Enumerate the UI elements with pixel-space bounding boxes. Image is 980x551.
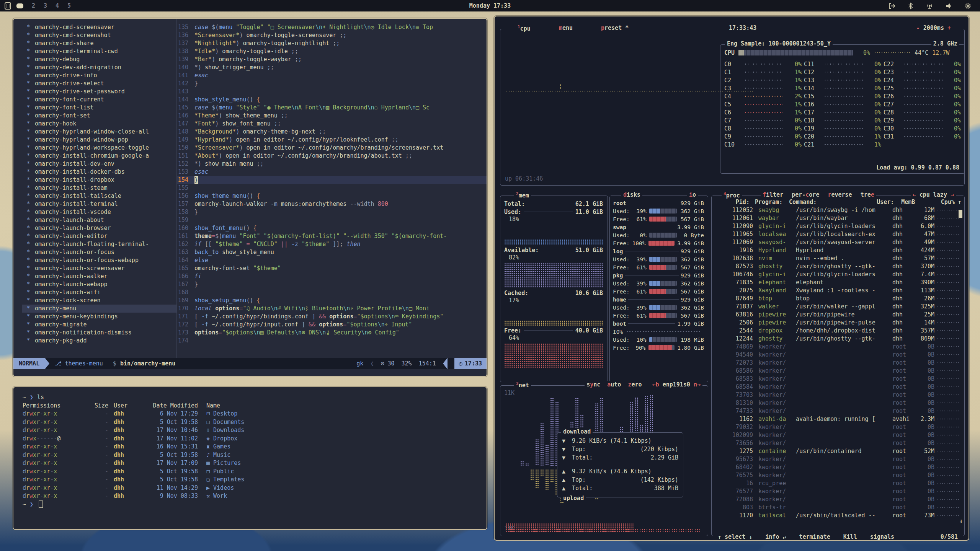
process-row[interactable]: 803btrfs-trroot0B0.0 (715, 503, 961, 511)
file-list-item[interactable]: *omarchy-launch-about (22, 216, 176, 224)
proc-tab-filter[interactable]: filter (763, 191, 783, 198)
network-icon[interactable] (926, 2, 934, 10)
file-list-item[interactable]: *omarchy-pkg-add (22, 337, 176, 345)
footer-key[interactable]: terminate (798, 533, 832, 540)
file-list-item[interactable]: *omarchy-launch-wifi (22, 289, 176, 297)
process-row[interactable]: 112061waybar/usr/bin/waybardhh68M0.0 (715, 214, 961, 222)
proc-scrollbar-thumb[interactable] (959, 210, 962, 218)
volume-icon[interactable] (945, 2, 953, 10)
current-file[interactable]: $bin/omarchy-menu (113, 360, 176, 367)
process-row[interactable]: 2506pipewire/usr/bin/pipewire-pulsedhh14… (715, 318, 961, 326)
footer-key[interactable]: Kill (842, 533, 859, 540)
tab-disks[interactable]: disks (621, 191, 642, 198)
tab-proc[interactable]: 4proc (722, 191, 742, 199)
file-list-item[interactable]: *omarchy-launch-floating-terminal- (22, 240, 176, 248)
tab-cpu[interactable]: 1cpu (516, 24, 532, 32)
process-row[interactable]: 68402kworker/root0B0.0 (715, 463, 961, 471)
net-prev-iface-button[interactable]: ←b (652, 381, 659, 388)
file-list-item[interactable]: *omarchy-drive-set-password (22, 88, 176, 96)
sort-arrow-icon[interactable]: ↑ (955, 199, 961, 205)
process-row[interactable]: 73703kworker/root0B0.0 (715, 391, 961, 399)
interval-plus-button[interactable]: + (947, 24, 951, 31)
process-row[interactable]: 102638nvimnvim --embed .dhh57M0.0 (715, 254, 961, 262)
process-row[interactable]: 106746glycin-i/usr/lib/glycin-loadersdhh… (715, 270, 961, 278)
process-row[interactable]: 68586kworker/root0B0.0 (715, 367, 961, 375)
file-name[interactable]: ⇩ Downloads (206, 426, 487, 435)
git-branch[interactable]: ⎇ themes-menu (55, 360, 103, 367)
process-row[interactable]: 111965localsea/usr/lib/localsearch-exdhh… (715, 230, 961, 238)
process-row[interactable]: 76577kworker/root0B0.0 (715, 487, 961, 495)
file-list-item[interactable]: *omarchy-cmd-terminal-cwd (22, 47, 176, 55)
file-list-item[interactable]: *omarchy-launch-editor (22, 232, 176, 240)
file-list-item[interactable]: *omarchy-debug (22, 55, 176, 64)
tab-net[interactable]: 3net (514, 381, 531, 389)
net-next-iface-button[interactable]: n→ (694, 381, 701, 388)
process-row[interactable]: 71835elephantelephantdhh390M0.0 (715, 278, 961, 286)
file-list-item[interactable]: *omarchy-hyprland-window-pop (22, 136, 176, 144)
proc-sort-nav[interactable]: ← cpu lazy → (911, 191, 956, 198)
tab-io[interactable]: io (687, 191, 698, 198)
file-list-item[interactable]: *omarchy-launch-or-focus-webapp (22, 256, 176, 264)
process-row[interactable]: 79032kworker/root0B0.0 (715, 423, 961, 431)
process-row[interactable]: 73656kworker/root0B0.0 (715, 439, 961, 447)
file-list-item[interactable]: *omarchy-launch-or-focus (22, 248, 176, 256)
process-row[interactable]: 1170tailscal/usr/sbin/tailscaled --root7… (715, 511, 961, 519)
file-list-item[interactable]: *omarchy-menu-keybindings (22, 313, 176, 321)
terminal-window[interactable]: ~❯lsPermissionsSizeUserDate ModifiedName… (13, 386, 487, 530)
file-list-item[interactable]: *omarchy-hook (22, 120, 176, 128)
footer-key[interactable]: info ↵ (764, 533, 787, 540)
net-tab-zero[interactable]: zero (628, 381, 642, 388)
file-name[interactable]: ▶ Videos (206, 484, 487, 492)
file-name[interactable]: ⚒ Work (206, 492, 487, 500)
file-list-item[interactable]: *omarchy-launch-browser (22, 224, 176, 232)
file-list-item[interactable]: *omarchy-install-vscode (22, 208, 176, 216)
process-row[interactable]: 72073kworker/root0B0.0 (715, 359, 961, 367)
process-row[interactable]: 102099kworker/root0B0.0 (715, 431, 961, 439)
shell-prompt[interactable]: ~❯ (23, 500, 487, 509)
file-list-item[interactable]: *omarchy-font-set (22, 112, 176, 120)
proc-tab-per-core[interactable]: per-core (792, 191, 819, 198)
process-row[interactable]: 74869kworker/root0B0.0 (715, 342, 961, 350)
process-row[interactable]: 16rcu_preeroot0B0.0 (715, 479, 961, 487)
terminal-output[interactable]: ~❯lsPermissionsSizeUserDate ModifiedName… (13, 387, 487, 509)
file-list-item[interactable]: *omarchy-notification-dismiss (22, 329, 176, 337)
process-row[interactable]: 94540kworker/root0B0.0 (715, 350, 961, 359)
file-list-item[interactable]: *omarchy-drive-info (22, 72, 176, 80)
process-row[interactable]: 87573ghostty/usr/bin/ghostty --gtk-dhh37… (715, 262, 961, 270)
preset-button[interactable]: preset * (599, 24, 630, 31)
file-list-item[interactable]: *omarchy-migrate (22, 321, 176, 329)
process-row[interactable]: 2075XwaylandXwayland :1 -rootless -dhh11… (715, 286, 961, 294)
process-row[interactable]: 72088kworker/root0B0.0 (715, 495, 961, 503)
process-row[interactable]: 1275containe/usr/bin/containerdroot52M0.… (715, 447, 961, 455)
file-list-item[interactable]: *omarchy-cmd-screensaver (22, 23, 176, 31)
process-row[interactable]: 71837walker/usr/bin/walker --gappldhh325… (715, 302, 961, 310)
process-row[interactable]: 68583kworker/root0B0.0 (715, 375, 961, 383)
logout-icon[interactable] (888, 2, 895, 10)
bluetooth-icon[interactable] (907, 2, 914, 10)
file-list-item[interactable]: *omarchy-install-terminal (22, 200, 176, 208)
file-list-item[interactable]: *omarchy-install-tailscale (22, 192, 176, 200)
process-row[interactable]: 63816pipewire/usr/bin/pipewiredhh25M0.0 (715, 310, 961, 318)
file-list-item[interactable]: *omarchy-hyprland-window-close-all (22, 128, 176, 136)
editor-window[interactable]: *omarchy-cmd-screensaver*omarchy-cmd-scr… (13, 18, 487, 377)
file-name[interactable]: ♪ Music (206, 451, 487, 460)
file-list-item[interactable]: *omarchy-font-current (22, 96, 176, 104)
process-row[interactable]: 112090glycin-i/usr/lib/glycin-loadersdhh… (715, 222, 961, 230)
system-monitor-window[interactable]: 1cpu menu preset * 17:33:43 - 2000ms + u… (494, 16, 969, 541)
file-list-item[interactable]: *omarchy-launch-webapp (22, 280, 176, 289)
interval-minus-button[interactable]: - (916, 24, 920, 31)
file-name[interactable]: ♜ Games (206, 443, 487, 451)
process-row[interactable]: 68584kworker/root0B0.0 (715, 383, 961, 391)
file-list-item[interactable]: *omarchy-font-list (22, 104, 176, 112)
file-list-item[interactable]: *omarchy-launch-screensaver (22, 264, 176, 272)
footer-key[interactable]: signals (869, 533, 896, 540)
file-list-pane[interactable]: *omarchy-cmd-screensaver*omarchy-cmd-scr… (13, 19, 177, 358)
net-tab-sync[interactable]: sync (586, 381, 600, 388)
process-row[interactable]: 112052swaybg/usr/bin/swaybg -i /homdhh12… (715, 206, 961, 214)
file-name[interactable]: ❒ Public (206, 468, 487, 476)
file-list-item[interactable]: *omarchy-install-dropbox (22, 176, 176, 184)
process-row[interactable]: 76575kworker/root0B0.0 (715, 471, 961, 479)
file-list-item[interactable]: *omarchy-install-dev-env (22, 160, 176, 168)
proc-tab-tree[interactable]: tree (861, 191, 874, 198)
process-row[interactable]: 2544dropbox/home/dhh/.dropbox-distdhh357… (715, 326, 961, 334)
